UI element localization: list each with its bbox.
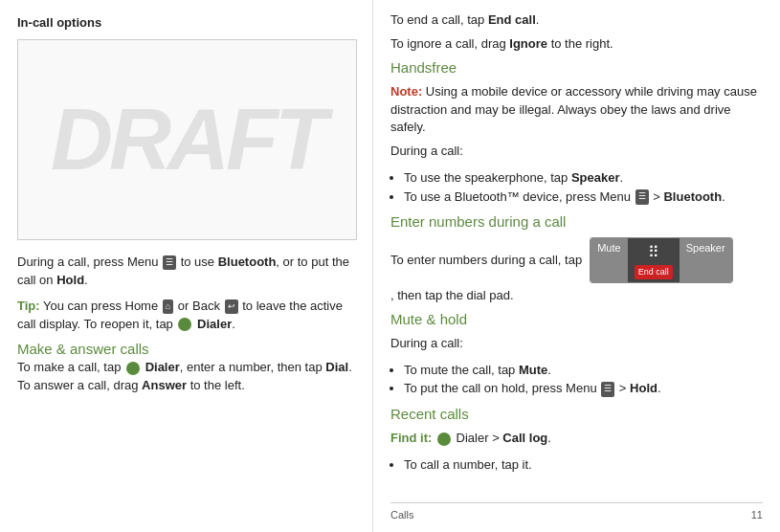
dialer-icon xyxy=(178,318,191,331)
mute-bullets: To mute the call, tap Mute. To put the c… xyxy=(404,361,763,398)
bluetooth-para: During a call, press Menu ☰ to use Bluet… xyxy=(17,254,355,290)
handsfree-bullets: To use the speakerphone, tap Speaker. To… xyxy=(404,168,763,206)
find-it-para: Find it: Dialer > Call log. xyxy=(390,430,763,448)
left-section-title: In-call options xyxy=(17,15,355,30)
answer-call-para: To answer a call, drag Answer to the lef… xyxy=(17,377,355,395)
page-number: 11 xyxy=(751,509,763,521)
end-call-mini: End call xyxy=(635,265,673,279)
ignore-call-para: To ignore a call, drag Ignore to the rig… xyxy=(390,35,763,54)
right-column: To end a call, tap End call. To ignore a… xyxy=(373,0,780,532)
recent-calls-title: Recent calls xyxy=(390,406,763,422)
enter-numbers-title: Enter numbers during a call xyxy=(390,213,763,230)
make-answer-section: Make & answer calls To make a call, tap … xyxy=(17,341,355,395)
home-icon: ⌂ xyxy=(163,299,173,314)
dialer-icon2 xyxy=(126,362,140,375)
make-answer-title: Make & answer calls xyxy=(17,341,355,357)
during-call-text: During a call: xyxy=(390,143,763,161)
call-ui-widget: Mute ⠿ End call Speaker xyxy=(590,237,732,283)
dialpad-icon: ⠿ End call xyxy=(628,238,680,282)
menu-icon2: ☰ xyxy=(635,189,649,205)
make-call-para: To make a call, tap Dialer, enter a numb… xyxy=(17,359,355,377)
menu-icon3: ☰ xyxy=(601,382,614,397)
handsfree-title: Handsfree xyxy=(390,59,763,76)
footer: Calls 11 xyxy=(390,502,763,521)
tip-para: Tip: You can press Home ⌂ or Back ↩ to l… xyxy=(17,298,355,334)
list-item: To put the call on hold, press Menu ☰ > … xyxy=(404,379,763,398)
speaker-btn: Speaker xyxy=(680,238,732,282)
mute-btn: Mute xyxy=(591,238,627,282)
list-item: To use the speakerphone, tap Speaker. xyxy=(404,168,763,188)
mute-during-call: During a call: xyxy=(390,335,763,353)
back-icon: ↩ xyxy=(225,299,238,314)
mute-hold-title: Mute & hold xyxy=(390,311,763,327)
list-item: To mute the call, tap Mute. xyxy=(404,361,763,380)
left-column: In-call options DRAFT During a call, pre… xyxy=(0,0,373,532)
note-para: Note: Using a mobile device or accessory… xyxy=(390,83,763,138)
recent-bullets: To call a number, tap it. xyxy=(404,455,763,475)
menu-icon: ☰ xyxy=(163,255,176,270)
list-item: To use a Bluetooth™ device, press Menu ☰… xyxy=(404,188,763,207)
draft-image-box: DRAFT xyxy=(17,39,357,240)
dialer-icon3 xyxy=(437,432,451,446)
end-call-para: To end a call, tap End call. xyxy=(390,11,763,30)
list-item: To call a number, tap it. xyxy=(404,455,763,475)
draft-watermark: DRAFT xyxy=(51,91,323,189)
footer-label: Calls xyxy=(390,509,413,521)
enter-numbers-para: To enter numbers during a call, tap Mute… xyxy=(390,237,763,305)
